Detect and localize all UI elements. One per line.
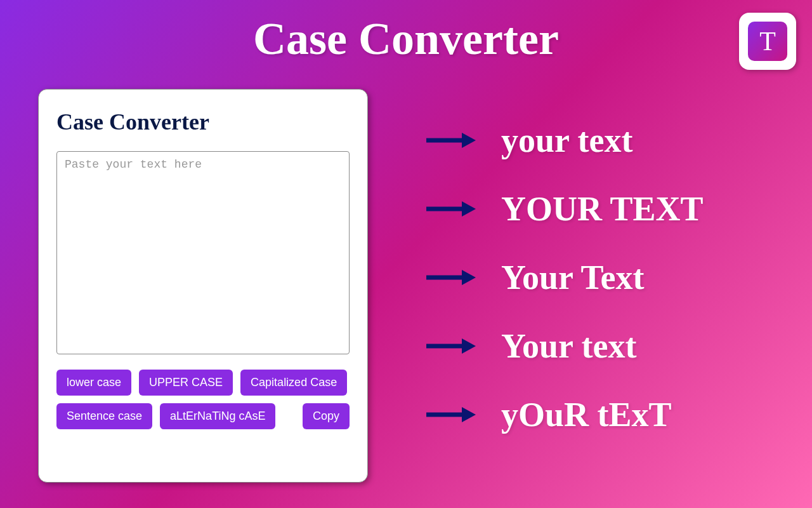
svg-marker-3	[462, 201, 476, 217]
example-row: yOuR tExT	[425, 395, 704, 434]
alternating-case-button[interactable]: aLtErNaTiNg cAsE	[160, 403, 275, 429]
app-icon: T	[739, 13, 796, 70]
upper-case-button[interactable]: UPPER CASE	[139, 370, 233, 396]
svg-marker-5	[462, 270, 476, 285]
svg-marker-7	[462, 338, 476, 354]
arrow-right-icon	[425, 337, 476, 356]
examples-list: your text YOUR TEXT Your Text Your text …	[425, 121, 704, 434]
example-row: Your Text	[425, 258, 704, 297]
svg-marker-9	[462, 407, 476, 422]
example-text: your text	[501, 121, 632, 160]
example-row: Your text	[425, 326, 704, 366]
capitalized-case-button[interactable]: Capitalized Case	[240, 370, 347, 396]
example-text: YOUR TEXT	[501, 189, 704, 229]
example-text: yOuR tExT	[501, 395, 672, 434]
svg-marker-1	[462, 133, 476, 148]
page-title: Case Converter	[0, 0, 812, 65]
app-icon-letter: T	[748, 22, 787, 61]
converter-card: Case Converter lower case UPPER CASE Cap…	[38, 89, 368, 483]
example-text: Your Text	[501, 258, 645, 297]
arrow-right-icon	[425, 405, 476, 424]
copy-button[interactable]: Copy	[303, 403, 350, 429]
example-text: Your text	[501, 326, 636, 366]
button-row: lower case UPPER CASE Capitalized Case S…	[56, 370, 350, 429]
text-input[interactable]	[56, 151, 350, 354]
lower-case-button[interactable]: lower case	[56, 370, 131, 396]
example-row: YOUR TEXT	[425, 189, 704, 229]
arrow-right-icon	[425, 268, 476, 287]
example-row: your text	[425, 121, 704, 160]
arrow-right-icon	[425, 131, 476, 150]
card-title: Case Converter	[56, 109, 350, 135]
sentence-case-button[interactable]: Sentence case	[56, 403, 152, 429]
arrow-right-icon	[425, 199, 476, 218]
